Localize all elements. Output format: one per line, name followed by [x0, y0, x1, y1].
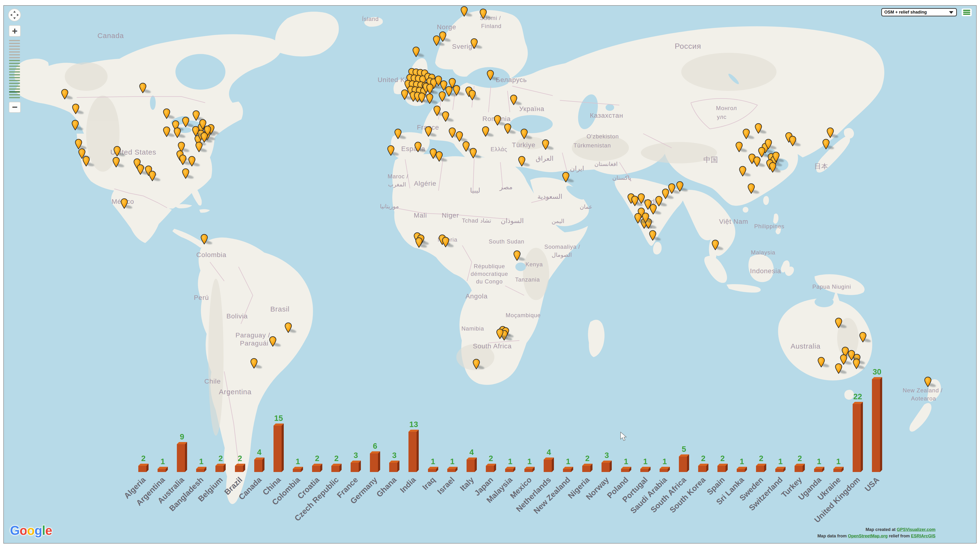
- map-pin-marker[interactable]: [285, 322, 292, 333]
- zoom-slider-notch[interactable]: [9, 71, 20, 73]
- map-pin-marker[interactable]: [473, 359, 480, 369]
- map-pin-marker[interactable]: [425, 126, 432, 137]
- map-pin-marker[interactable]: [61, 89, 68, 99]
- map-pin-marker[interactable]: [765, 139, 772, 149]
- zoom-slider-notch[interactable]: [9, 80, 20, 81]
- zoom-slider-notch[interactable]: [9, 43, 20, 44]
- map-pin-marker[interactable]: [642, 212, 649, 223]
- map-pin-marker[interactable]: [439, 32, 446, 42]
- map-pin-marker[interactable]: [192, 126, 199, 136]
- zoom-slider-notch[interactable]: [9, 91, 20, 92]
- map-pin-marker[interactable]: [461, 6, 468, 17]
- map-pin-marker[interactable]: [504, 124, 511, 134]
- map-pin-marker[interactable]: [668, 183, 675, 194]
- map-pin-marker[interactable]: [758, 147, 765, 157]
- map-pin-marker[interactable]: [712, 240, 719, 250]
- map-pin-marker[interactable]: [415, 237, 423, 248]
- map-pin-marker[interactable]: [520, 128, 528, 139]
- map-pin-marker[interactable]: [137, 164, 144, 175]
- zoom-slider-notch[interactable]: [9, 83, 20, 84]
- map-pin-marker[interactable]: [139, 83, 146, 93]
- map-pin-marker[interactable]: [426, 94, 433, 104]
- map-pin-marker[interactable]: [414, 142, 422, 152]
- zoom-out-button[interactable]: −: [9, 102, 21, 113]
- map-pin-marker[interactable]: [859, 332, 867, 342]
- map-pin-marker[interactable]: [182, 168, 189, 179]
- openstreetmap-link[interactable]: OpenStreetMap.org: [848, 534, 888, 538]
- map-pin-marker[interactable]: [200, 234, 208, 244]
- map-pin-marker[interactable]: [113, 146, 121, 157]
- map-pin-marker[interactable]: [755, 123, 762, 134]
- map-pin-marker[interactable]: [818, 357, 825, 368]
- google-logo[interactable]: Google: [10, 523, 52, 537]
- map-pin-marker[interactable]: [496, 329, 503, 339]
- zoom-slider-notch[interactable]: [9, 74, 20, 75]
- gpsvisualizer-link[interactable]: GPSVisualizer.com: [897, 527, 935, 532]
- zoom-slider-notch[interactable]: [9, 63, 20, 64]
- map-pin-marker[interactable]: [924, 377, 931, 387]
- map-pin-marker[interactable]: [433, 106, 441, 116]
- map-pin-marker[interactable]: [789, 136, 796, 146]
- map-pin-marker[interactable]: [743, 128, 750, 139]
- map-pin-marker[interactable]: [453, 85, 460, 95]
- map-pin-marker[interactable]: [835, 318, 842, 328]
- zoom-slider-notch[interactable]: [9, 77, 20, 78]
- map-pin-marker[interactable]: [649, 230, 656, 241]
- map-pin-marker[interactable]: [676, 181, 683, 192]
- map-pin-marker[interactable]: [269, 336, 276, 347]
- map-pin-marker[interactable]: [835, 363, 842, 374]
- map-pin-marker[interactable]: [631, 196, 638, 206]
- map-pin-marker[interactable]: [83, 156, 90, 166]
- zoom-slider-notch[interactable]: [9, 89, 20, 90]
- map-pin-marker[interactable]: [494, 115, 501, 125]
- zoom-slider-notch[interactable]: [9, 94, 20, 95]
- zoom-slider-notch[interactable]: [9, 46, 20, 47]
- map-pin-marker[interactable]: [182, 117, 189, 127]
- map-pin-marker[interactable]: [163, 127, 170, 137]
- map-pin-marker[interactable]: [487, 70, 494, 80]
- zoom-slider-notch[interactable]: [9, 57, 20, 58]
- map-pin-marker[interactable]: [250, 358, 258, 369]
- map-pin-marker[interactable]: [562, 172, 570, 182]
- map-pin-marker[interactable]: [449, 127, 456, 138]
- map-pin-marker[interactable]: [853, 358, 860, 369]
- map-pin-marker[interactable]: [72, 104, 79, 114]
- map-style-select[interactable]: OSM + relief shading: [881, 8, 957, 16]
- map-pin-marker[interactable]: [412, 47, 420, 57]
- menu-icon[interactable]: [962, 9, 972, 16]
- map-pin-marker[interactable]: [482, 126, 489, 137]
- zoom-slider-notch[interactable]: [9, 60, 20, 61]
- map-pin-marker[interactable]: [471, 38, 478, 49]
- map-pin-marker[interactable]: [769, 162, 776, 173]
- map-pin-marker[interactable]: [75, 139, 82, 149]
- map-pin-marker[interactable]: [827, 127, 834, 138]
- map-pin-marker[interactable]: [634, 213, 641, 223]
- map-pin-marker[interactable]: [121, 198, 128, 209]
- zoom-slider-notch[interactable]: [9, 40, 20, 41]
- esri-link[interactable]: ESRIArcGIS: [911, 534, 935, 538]
- map-pin-marker[interactable]: [772, 152, 780, 162]
- map-pin-marker[interactable]: [196, 142, 202, 152]
- zoom-slider-notch[interactable]: [9, 86, 20, 87]
- map-pin-marker[interactable]: [188, 156, 196, 166]
- zoom-slider-notch[interactable]: [9, 66, 20, 67]
- pan-control[interactable]: [8, 9, 21, 21]
- map-pin-marker[interactable]: [163, 108, 170, 119]
- map-pin-marker[interactable]: [401, 89, 408, 100]
- map-pin-marker[interactable]: [436, 151, 443, 162]
- map-pin-marker[interactable]: [456, 131, 463, 142]
- zoom-in-button[interactable]: +: [9, 25, 21, 36]
- map-pin-marker[interactable]: [442, 237, 449, 247]
- map-pin-marker[interactable]: [200, 132, 208, 143]
- map-pin-marker[interactable]: [149, 171, 156, 181]
- map-pin-marker[interactable]: [439, 91, 446, 102]
- map-pin-marker[interactable]: [72, 120, 79, 130]
- map-pin-marker[interactable]: [179, 155, 186, 165]
- map-pin-marker[interactable]: [638, 193, 645, 204]
- map-pin-marker[interactable]: [739, 166, 746, 176]
- map-pin-marker[interactable]: [395, 128, 402, 139]
- map-pin-marker[interactable]: [442, 111, 449, 122]
- map-pin-marker[interactable]: [510, 95, 517, 105]
- map-pin-marker[interactable]: [463, 141, 470, 152]
- zoom-slider-notch[interactable]: [9, 51, 20, 52]
